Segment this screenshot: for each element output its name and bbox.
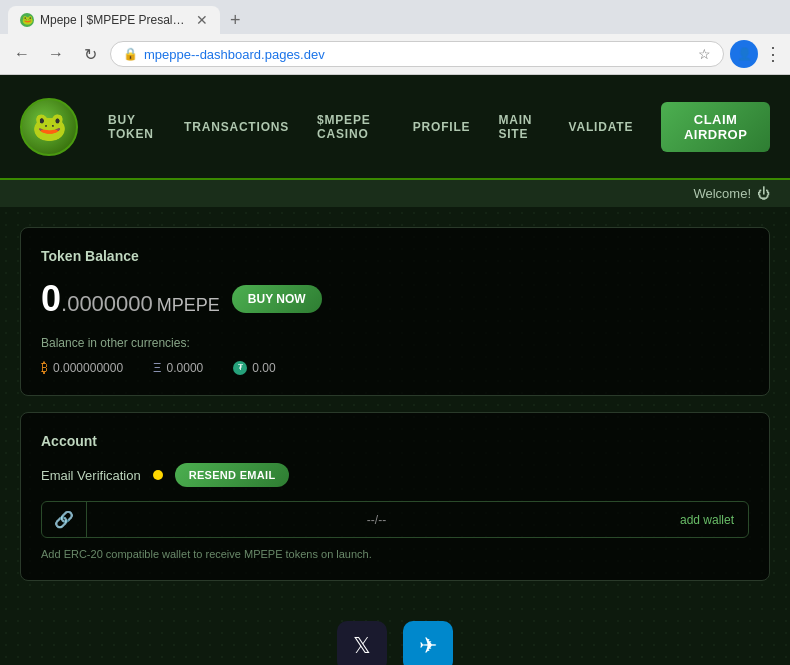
token-balance-card: Token Balance 0.0000000MPEPE BUY NOW Bal… — [20, 227, 770, 396]
wallet-row: 🔗 --/-- add wallet — [41, 501, 749, 538]
wallet-hint: Add ERC-20 compatible wallet to receive … — [41, 548, 749, 560]
x-social-button[interactable]: 𝕏 — [337, 621, 387, 665]
eth-icon: Ξ — [153, 360, 161, 375]
site-nav: BUY TOKEN TRANSACTIONS $MPEPE CASINO PRO… — [108, 102, 770, 152]
account-card: Account Email Verification RESEND EMAIL … — [20, 412, 770, 581]
tab-bar: 🐸 Mpepe | $MPEPE Presale Live... ✕ + — [0, 0, 790, 34]
verification-status-dot — [153, 470, 163, 480]
buy-now-button[interactable]: BUY NOW — [232, 285, 322, 313]
token-balance-display: 0.0000000MPEPE BUY NOW — [41, 278, 749, 320]
refresh-button[interactable]: ↻ — [76, 40, 104, 68]
wallet-date: --/-- — [87, 505, 666, 535]
add-wallet-button[interactable]: add wallet — [666, 505, 748, 535]
btc-icon: ₿ — [41, 360, 48, 375]
nav-profile[interactable]: PROFILE — [413, 120, 471, 134]
top-bar: Welcome! ⏻ — [0, 180, 790, 207]
browser-chrome: 🐸 Mpepe | $MPEPE Presale Live... ✕ + ← →… — [0, 0, 790, 75]
other-currencies-label: Balance in other currencies: — [41, 336, 749, 350]
nav-validate[interactable]: VALIDATE — [569, 120, 634, 134]
new-tab-button[interactable]: + — [224, 10, 247, 31]
usdt-value: 0.00 — [252, 361, 275, 375]
telegram-social-button[interactable]: ✈ — [403, 621, 453, 665]
active-tab[interactable]: 🐸 Mpepe | $MPEPE Presale Live... ✕ — [8, 6, 220, 34]
nav-buy-token[interactable]: BUY TOKEN — [108, 113, 156, 141]
profile-button[interactable]: 👤 — [730, 40, 758, 68]
balance-decimals: .0000000 — [61, 291, 153, 316]
logout-icon[interactable]: ⏻ — [757, 186, 770, 201]
eth-balance: Ξ 0.0000 — [153, 360, 203, 375]
social-buttons: 𝕏 ✈ — [0, 617, 790, 665]
nav-casino[interactable]: $MPEPE CASINO — [317, 113, 385, 141]
resend-email-button[interactable]: RESEND EMAIL — [175, 463, 290, 487]
account-title: Account — [41, 433, 749, 449]
bottom-section: 𝕏 ✈ WELCOME TO $MPEPE PRESALE Join the m… — [0, 617, 790, 665]
url-text: mpeppe--dashboard.pages.dev — [144, 47, 692, 62]
usdt-balance: ₮ 0.00 — [233, 361, 275, 375]
usdt-icon: ₮ — [233, 361, 247, 375]
main-content: Token Balance 0.0000000MPEPE BUY NOW Bal… — [0, 207, 790, 617]
token-balance-title: Token Balance — [41, 248, 749, 264]
btc-value: 0.000000000 — [53, 361, 123, 375]
balance-currency: MPEPE — [157, 295, 220, 315]
eth-value: 0.0000 — [167, 361, 204, 375]
lock-icon: 🔒 — [123, 47, 138, 61]
address-bar[interactable]: 🔒 mpeppe--dashboard.pages.dev ☆ — [110, 41, 724, 67]
balance-zero: 0 — [41, 278, 61, 319]
wallet-icon: 🔗 — [42, 502, 87, 537]
email-verification-label: Email Verification — [41, 468, 141, 483]
tab-title: Mpepe | $MPEPE Presale Live... — [40, 13, 190, 27]
tab-close-button[interactable]: ✕ — [196, 12, 208, 28]
nav-main-site[interactable]: MAIN SITE — [498, 113, 540, 141]
address-bar-row: ← → ↻ 🔒 mpeppe--dashboard.pages.dev ☆ 👤 … — [0, 34, 790, 74]
forward-button[interactable]: → — [42, 40, 70, 68]
btc-balance: ₿ 0.000000000 — [41, 360, 123, 375]
back-button[interactable]: ← — [8, 40, 36, 68]
balance-amount: 0.0000000MPEPE — [41, 278, 220, 320]
claim-airdrop-button[interactable]: CLAIM AIRDROP — [661, 102, 770, 152]
bookmark-icon[interactable]: ☆ — [698, 46, 711, 62]
welcome-text: Welcome! — [693, 186, 751, 201]
website-content: 🐸 BUY TOKEN TRANSACTIONS $MPEPE CASINO P… — [0, 75, 790, 665]
email-verification-row: Email Verification RESEND EMAIL — [41, 463, 749, 487]
browser-menu-button[interactable]: ⋮ — [764, 43, 782, 65]
site-header: 🐸 BUY TOKEN TRANSACTIONS $MPEPE CASINO P… — [0, 75, 790, 180]
tab-favicon: 🐸 — [20, 13, 34, 27]
other-currencies: ₿ 0.000000000 Ξ 0.0000 ₮ 0.00 — [41, 360, 749, 375]
site-logo: 🐸 — [20, 98, 78, 156]
nav-transactions[interactable]: TRANSACTIONS — [184, 120, 289, 134]
